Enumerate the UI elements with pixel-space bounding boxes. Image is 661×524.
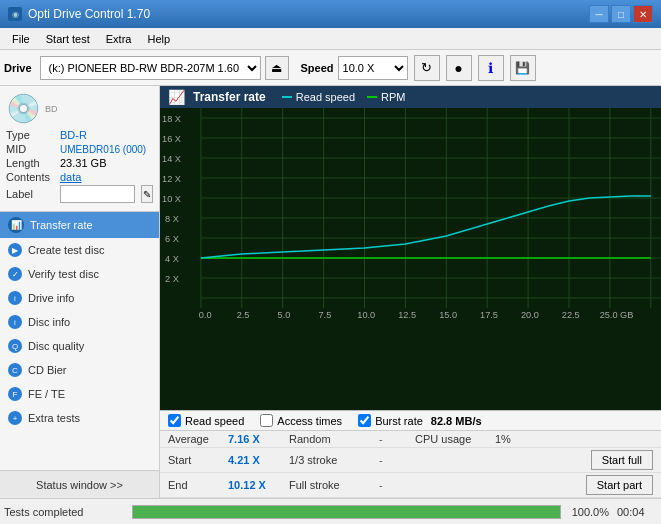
disc-type-badge: BD: [45, 104, 58, 114]
title-bar: ◉ Opti Drive Control 1.70 ─ □ ✕: [0, 0, 661, 28]
status-text: Tests completed: [4, 506, 124, 518]
maximize-button[interactable]: □: [611, 5, 631, 23]
stroke13-value: -: [379, 454, 399, 466]
legend-label-read-speed: Read speed: [296, 91, 355, 103]
refresh-button[interactable]: ↻: [414, 55, 440, 81]
extra-tests-icon: +: [8, 411, 22, 425]
menu-extra[interactable]: Extra: [98, 31, 140, 47]
svg-text:18 X: 18 X: [162, 114, 181, 124]
app-icon: ◉: [8, 7, 22, 21]
access-times-label: Access times: [277, 415, 342, 427]
nav-item-disc-quality[interactable]: Q Disc quality: [0, 334, 159, 358]
progress-bar: [133, 506, 560, 518]
disc-mid-value: UMEBDR016 (000): [60, 144, 146, 155]
nav-label-extra-tests: Extra tests: [28, 412, 80, 424]
stats-row-end: End 10.12 X Full stroke - Start part: [160, 473, 661, 498]
right-panel: 📈 Transfer rate Read speed RPM: [160, 86, 661, 498]
nav-label-create-test-disc: Create test disc: [28, 244, 104, 256]
type-label: Type: [6, 129, 56, 141]
verify-test-disc-icon: ✓: [8, 267, 22, 281]
access-times-checkbox[interactable]: [260, 414, 273, 427]
app-title: Opti Drive Control 1.70: [28, 7, 150, 21]
svg-text:20.0: 20.0: [521, 310, 539, 320]
save-button[interactable]: 💾: [510, 55, 536, 81]
chart-svg: 18 X 16 X 14 X 12 X 10 X 8 X 6 X 4 X 2 X…: [160, 108, 661, 328]
average-value: 7.16 X: [228, 433, 273, 445]
start-part-button[interactable]: Start part: [586, 475, 653, 495]
nav-item-verify-test-disc[interactable]: ✓ Verify test disc: [0, 262, 159, 286]
nav-item-disc-info[interactable]: i Disc info: [0, 310, 159, 334]
stroke13-label: 1/3 stroke: [289, 454, 379, 466]
eject-button[interactable]: ⏏: [265, 56, 289, 80]
disc-info-icon: i: [8, 315, 22, 329]
svg-text:12 X: 12 X: [162, 174, 181, 184]
menu-bar: File Start test Extra Help: [0, 28, 661, 50]
cpu-value: 1%: [495, 433, 511, 445]
disc-quality-icon: Q: [8, 339, 22, 353]
label-input[interactable]: [60, 185, 135, 203]
legend-read-speed: Read speed: [282, 91, 355, 103]
svg-text:8 X: 8 X: [165, 214, 179, 224]
legend-label-rpm: RPM: [381, 91, 405, 103]
minimize-button[interactable]: ─: [589, 5, 609, 23]
checkboxes-row: Read speed Access times Burst rate 82.8 …: [160, 411, 661, 431]
end-value: 10.12 X: [228, 479, 273, 491]
svg-text:0.0: 0.0: [199, 310, 212, 320]
speed-select[interactable]: 10.0 X: [338, 56, 408, 80]
read-speed-checkbox[interactable]: [168, 414, 181, 427]
contents-label: Contents: [6, 171, 56, 183]
disc-type-value: BD-R: [60, 129, 87, 141]
status-window-button[interactable]: Status window >>: [0, 470, 159, 498]
nav-item-transfer-rate[interactable]: 📊 Transfer rate: [0, 212, 159, 238]
nav-label-cd-bier: CD Bier: [28, 364, 67, 376]
transfer-rate-icon: 📊: [8, 217, 24, 233]
svg-text:7.5: 7.5: [318, 310, 331, 320]
svg-text:25.0 GB: 25.0 GB: [600, 310, 634, 320]
checkbox-access-times[interactable]: Access times: [260, 414, 342, 427]
svg-text:15.0: 15.0: [439, 310, 457, 320]
svg-text:17.5: 17.5: [480, 310, 498, 320]
start-full-button[interactable]: Start full: [591, 450, 653, 470]
svg-text:10 X: 10 X: [162, 194, 181, 204]
nav-item-extra-tests[interactable]: + Extra tests: [0, 406, 159, 430]
legend-dot-cyan: [282, 96, 292, 98]
time-elapsed: 00:04: [617, 506, 657, 518]
menu-file[interactable]: File: [4, 31, 38, 47]
full-stroke-label: Full stroke: [289, 479, 379, 491]
disc-contents-value[interactable]: data: [60, 171, 81, 183]
disc-info-panel: 💿 BD Type BD-R MID UMEBDR016 (000) Lengt…: [0, 86, 159, 212]
start-value: 4.21 X: [228, 454, 273, 466]
burst-rate-checkbox[interactable]: [358, 414, 371, 427]
nav-item-drive-info[interactable]: i Drive info: [0, 286, 159, 310]
checkbox-burst-rate[interactable]: Burst rate 82.8 MB/s: [358, 414, 481, 427]
drive-select[interactable]: (k:) PIONEER BD-RW BDR-207M 1.60: [40, 56, 261, 80]
menu-help[interactable]: Help: [139, 31, 178, 47]
checkbox-read-speed[interactable]: Read speed: [168, 414, 244, 427]
drive-info-icon: i: [8, 291, 22, 305]
burst-rate-label: Burst rate: [375, 415, 423, 427]
record-button[interactable]: ●: [446, 55, 472, 81]
chart-title: Transfer rate: [193, 90, 266, 104]
random-value: -: [379, 433, 399, 445]
close-button[interactable]: ✕: [633, 5, 653, 23]
legend-rpm: RPM: [367, 91, 405, 103]
nav-item-create-test-disc[interactable]: ▶ Create test disc: [0, 238, 159, 262]
main-layout: 💿 BD Type BD-R MID UMEBDR016 (000) Lengt…: [0, 86, 661, 498]
left-panel: 💿 BD Type BD-R MID UMEBDR016 (000) Lengt…: [0, 86, 160, 498]
progress-percent: 100.0%: [569, 506, 609, 518]
nav-item-fe-te[interactable]: F FE / TE: [0, 382, 159, 406]
progress-container: [132, 505, 561, 519]
nav-label-drive-info: Drive info: [28, 292, 74, 304]
menu-start-test[interactable]: Start test: [38, 31, 98, 47]
svg-text:4 X: 4 X: [165, 254, 179, 264]
chart-icon: 📈: [168, 89, 185, 105]
info-button[interactable]: ℹ: [478, 55, 504, 81]
toolbar: Drive (k:) PIONEER BD-RW BDR-207M 1.60 ⏏…: [0, 50, 661, 86]
svg-text:14 X: 14 X: [162, 154, 181, 164]
chart-area: 18 X 16 X 14 X 12 X 10 X 8 X 6 X 4 X 2 X…: [160, 108, 661, 410]
nav-items: 📊 Transfer rate ▶ Create test disc ✓ Ver…: [0, 212, 159, 470]
nav-label-disc-info: Disc info: [28, 316, 70, 328]
disc-icon: 💿: [6, 92, 41, 125]
nav-item-cd-bier[interactable]: C CD Bier: [0, 358, 159, 382]
label-edit-button[interactable]: ✎: [141, 185, 153, 203]
